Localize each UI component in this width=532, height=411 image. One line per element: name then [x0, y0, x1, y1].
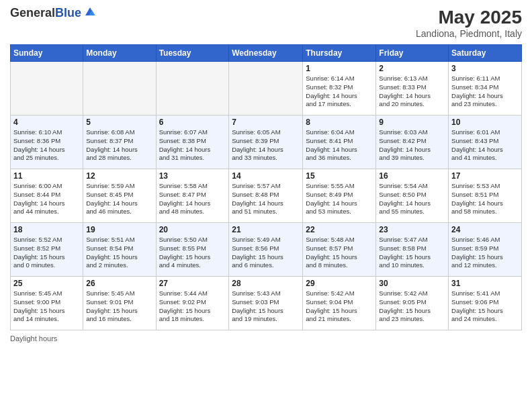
day-info: Sunrise: 6:00 AM Sunset: 8:44 PM Dayligh…	[13, 182, 80, 216]
col-wednesday: Wednesday	[229, 45, 303, 62]
table-row: 6Sunrise: 6:07 AM Sunset: 8:38 PM Daylig…	[156, 116, 229, 169]
day-number: 8	[306, 118, 373, 127]
day-number: 22	[306, 225, 373, 234]
table-row: 2Sunrise: 6:13 AM Sunset: 8:33 PM Daylig…	[376, 62, 449, 116]
day-info: Sunrise: 5:54 AM Sunset: 8:50 PM Dayligh…	[379, 182, 445, 216]
day-info: Sunrise: 5:57 AM Sunset: 8:48 PM Dayligh…	[232, 182, 300, 216]
table-row: 22Sunrise: 5:48 AM Sunset: 8:57 PM Dayli…	[303, 223, 376, 277]
footer: Daylight hours	[10, 334, 522, 342]
col-sunday: Sunday	[11, 45, 83, 62]
table-row: 17Sunrise: 5:53 AM Sunset: 8:51 PM Dayli…	[449, 169, 522, 223]
day-info: Sunrise: 5:58 AM Sunset: 8:47 PM Dayligh…	[159, 182, 226, 216]
day-info: Sunrise: 6:04 AM Sunset: 8:41 PM Dayligh…	[306, 128, 373, 163]
day-info: Sunrise: 6:13 AM Sunset: 8:33 PM Dayligh…	[379, 75, 445, 109]
day-number: 2	[379, 64, 445, 73]
day-number: 15	[306, 171, 373, 181]
day-info: Sunrise: 5:43 AM Sunset: 9:03 PM Dayligh…	[232, 289, 300, 324]
day-number: 1	[306, 64, 373, 73]
day-info: Sunrise: 5:45 AM Sunset: 9:01 PM Dayligh…	[86, 289, 152, 324]
day-number: 11	[13, 171, 80, 181]
calendar-row: 25Sunrise: 5:45 AM Sunset: 9:00 PM Dayli…	[11, 277, 522, 330]
day-info: Sunrise: 5:44 AM Sunset: 9:02 PM Dayligh…	[159, 289, 226, 324]
title-block: May 2025 Landiona, Piedmont, Italy	[416, 7, 522, 39]
day-info: Sunrise: 6:01 AM Sunset: 8:43 PM Dayligh…	[451, 128, 519, 163]
calendar-row: 11Sunrise: 6:00 AM Sunset: 8:44 PM Dayli…	[11, 169, 522, 223]
table-row: 11Sunrise: 6:00 AM Sunset: 8:44 PM Dayli…	[11, 169, 83, 223]
table-row: 3Sunrise: 6:11 AM Sunset: 8:34 PM Daylig…	[449, 62, 522, 116]
day-info: Sunrise: 6:10 AM Sunset: 8:36 PM Dayligh…	[13, 128, 80, 163]
day-number: 9	[379, 118, 445, 127]
day-number: 5	[86, 118, 152, 127]
day-info: Sunrise: 5:59 AM Sunset: 8:45 PM Dayligh…	[86, 182, 152, 216]
page: GeneralBlue May 2025 Landiona, Piedmont,…	[0, 0, 532, 411]
col-thursday: Thursday	[303, 45, 376, 62]
table-row: 23Sunrise: 5:47 AM Sunset: 8:58 PM Dayli…	[376, 223, 449, 277]
col-monday: Monday	[83, 45, 156, 62]
day-info: Sunrise: 6:05 AM Sunset: 8:39 PM Dayligh…	[232, 128, 300, 163]
day-number: 13	[159, 171, 226, 181]
header: GeneralBlue May 2025 Landiona, Piedmont,…	[10, 7, 522, 39]
table-row: 26Sunrise: 5:45 AM Sunset: 9:01 PM Dayli…	[83, 277, 156, 330]
day-number: 20	[159, 225, 226, 234]
table-row	[156, 62, 229, 116]
col-friday: Friday	[376, 45, 449, 62]
day-number: 23	[379, 225, 445, 234]
day-info: Sunrise: 5:47 AM Sunset: 8:58 PM Dayligh…	[379, 236, 445, 270]
col-tuesday: Tuesday	[156, 45, 229, 62]
table-row: 31Sunrise: 5:41 AM Sunset: 9:06 PM Dayli…	[449, 277, 522, 330]
table-row: 24Sunrise: 5:46 AM Sunset: 8:59 PM Dayli…	[449, 223, 522, 277]
day-info: Sunrise: 5:49 AM Sunset: 8:56 PM Dayligh…	[232, 236, 300, 270]
day-info: Sunrise: 6:08 AM Sunset: 8:37 PM Dayligh…	[86, 128, 152, 163]
day-number: 18	[13, 225, 80, 234]
table-row: 12Sunrise: 5:59 AM Sunset: 8:45 PM Dayli…	[83, 169, 156, 223]
col-saturday: Saturday	[449, 45, 522, 62]
day-info: Sunrise: 5:53 AM Sunset: 8:51 PM Dayligh…	[451, 182, 519, 216]
day-number: 17	[451, 171, 519, 181]
table-row: 21Sunrise: 5:49 AM Sunset: 8:56 PM Dayli…	[229, 223, 303, 277]
calendar-row: 18Sunrise: 5:52 AM Sunset: 8:52 PM Dayli…	[11, 223, 522, 277]
logo: GeneralBlue	[10, 7, 97, 20]
table-row: 27Sunrise: 5:44 AM Sunset: 9:02 PM Dayli…	[156, 277, 229, 330]
day-number: 12	[86, 171, 152, 181]
day-info: Sunrise: 6:14 AM Sunset: 8:32 PM Dayligh…	[306, 75, 373, 109]
day-number: 24	[451, 225, 519, 234]
day-number: 3	[451, 64, 519, 73]
day-info: Sunrise: 5:51 AM Sunset: 8:54 PM Dayligh…	[86, 236, 152, 270]
day-info: Sunrise: 5:48 AM Sunset: 8:57 PM Dayligh…	[306, 236, 373, 270]
day-number: 14	[232, 171, 300, 181]
day-info: Sunrise: 5:46 AM Sunset: 8:59 PM Dayligh…	[451, 236, 519, 270]
table-row: 18Sunrise: 5:52 AM Sunset: 8:52 PM Dayli…	[11, 223, 83, 277]
day-number: 6	[159, 118, 226, 127]
day-info: Sunrise: 6:03 AM Sunset: 8:42 PM Dayligh…	[379, 128, 445, 163]
day-number: 27	[159, 279, 226, 288]
table-row: 20Sunrise: 5:50 AM Sunset: 8:55 PM Dayli…	[156, 223, 229, 277]
day-number: 31	[451, 279, 519, 288]
table-row	[229, 62, 303, 116]
logo-general: General	[10, 6, 55, 19]
day-number: 25	[13, 279, 80, 288]
day-number: 7	[232, 118, 300, 127]
day-info: Sunrise: 6:07 AM Sunset: 8:38 PM Dayligh…	[159, 128, 226, 163]
logo-blue: Blue	[55, 6, 81, 19]
calendar-table: Sunday Monday Tuesday Wednesday Thursday…	[10, 44, 522, 330]
day-number: 21	[232, 225, 300, 234]
day-number: 30	[379, 279, 445, 288]
month-year: May 2025	[416, 7, 522, 28]
table-row: 5Sunrise: 6:08 AM Sunset: 8:37 PM Daylig…	[83, 116, 156, 169]
calendar-row: 4Sunrise: 6:10 AM Sunset: 8:36 PM Daylig…	[11, 116, 522, 169]
day-number: 10	[451, 118, 519, 127]
day-info: Sunrise: 6:11 AM Sunset: 8:34 PM Dayligh…	[451, 75, 519, 109]
day-info: Sunrise: 5:41 AM Sunset: 9:06 PM Dayligh…	[451, 289, 519, 324]
day-number: 29	[306, 279, 373, 288]
day-number: 19	[86, 225, 152, 234]
table-row: 14Sunrise: 5:57 AM Sunset: 8:48 PM Dayli…	[229, 169, 303, 223]
table-row: 19Sunrise: 5:51 AM Sunset: 8:54 PM Dayli…	[83, 223, 156, 277]
table-row: 29Sunrise: 5:42 AM Sunset: 9:04 PM Dayli…	[303, 277, 376, 330]
daylight-label: Daylight hours	[10, 334, 57, 342]
day-info: Sunrise: 5:45 AM Sunset: 9:00 PM Dayligh…	[13, 289, 80, 324]
table-row: 10Sunrise: 6:01 AM Sunset: 8:43 PM Dayli…	[449, 116, 522, 169]
calendar-header-row: Sunday Monday Tuesday Wednesday Thursday…	[11, 45, 522, 62]
table-row: 25Sunrise: 5:45 AM Sunset: 9:00 PM Dayli…	[11, 277, 83, 330]
day-info: Sunrise: 5:52 AM Sunset: 8:52 PM Dayligh…	[13, 236, 80, 270]
day-number: 4	[13, 118, 80, 127]
